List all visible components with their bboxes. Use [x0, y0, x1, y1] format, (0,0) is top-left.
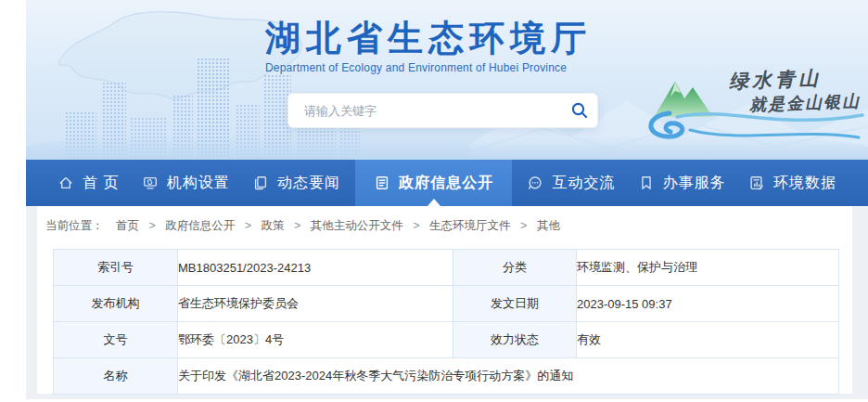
info-table: 索引号 MB1803251/2023-24213 分类 环境监测、保护与治理 发… — [53, 249, 839, 395]
label-cell-name: 名称 — [54, 358, 178, 395]
nav-item-home[interactable]: 首 页 — [50, 160, 126, 206]
breadcrumb-separator: > — [294, 219, 300, 232]
table-row: 名称 关于印发《湖北省2023-2024年秋冬季大气污染防治专项行动方案》的通知 — [54, 358, 839, 395]
news-icon — [252, 175, 269, 191]
main-nav: 首 页 机构设置 动态要闻 — [26, 160, 868, 206]
org-icon — [142, 175, 159, 191]
breadcrumb-prefix: 当前位置： — [45, 219, 104, 232]
gov-info-icon — [374, 175, 390, 191]
label-cell-docno: 文号 — [54, 322, 178, 358]
home-icon — [57, 175, 74, 191]
slogan-line1: 绿水青山 — [729, 65, 823, 94]
brand: 湖北省生态环境厅 Department of Ecology and Envir… — [265, 19, 592, 74]
nav-item-gov-info[interactable]: 政府信息公开 — [355, 160, 512, 206]
value-cell-category: 环境监测、保护与治理 — [577, 250, 839, 286]
table-row: 发布机构 省生态环境保护委员会 发文日期 2023-09-15 09:37 — [54, 286, 839, 322]
value-cell-validity: 有效 — [577, 322, 839, 358]
search-button[interactable] — [562, 94, 597, 127]
site-subtitle-en: Department of Ecology and Environment of… — [265, 61, 592, 74]
value-cell-index: MB1803251/2023-24213 — [178, 250, 453, 286]
breadcrumb-link-other-public-docs[interactable]: 其他主动公开文件 — [311, 219, 403, 232]
page: 湖北省生态环境厅 Department of Ecology and Envir… — [0, 0, 868, 402]
label-cell-org: 发布机构 — [54, 286, 178, 322]
breadcrumb-separator: > — [520, 219, 527, 232]
content-region: 当前位置： 首页 > 政府信息公开 > 政策 > 其他主动公开文件 > 生态环境… — [26, 206, 868, 399]
breadcrumb-link-other[interactable]: 其他 — [537, 219, 560, 232]
breadcrumb-separator: > — [245, 219, 251, 232]
nav-item-org[interactable]: 机构设置 — [134, 160, 237, 206]
nav-item-label: 机构设置 — [167, 174, 230, 193]
content-card: 当前位置： 首页 > 政府信息公开 > 政策 > 其他主动公开文件 > 生态环境… — [37, 206, 852, 394]
value-cell-org: 省生态环境保护委员会 — [178, 286, 453, 322]
breadcrumb-link-gov-info[interactable]: 政府信息公开 — [165, 219, 235, 232]
header-wave-band — [26, 136, 868, 160]
breadcrumb-link-dept-docs[interactable]: 生态环境厅文件 — [429, 219, 511, 232]
value-cell-name: 关于印发《湖北省2023-2024年秋冬季大气污染防治专项行动方案》的通知 — [178, 358, 839, 395]
breadcrumb: 当前位置： 首页 > 政府信息公开 > 政策 > 其他主动公开文件 > 生态环境… — [37, 206, 852, 233]
value-cell-date: 2023-09-15 09:37 — [577, 286, 839, 322]
label-cell-validity: 效力状态 — [453, 322, 577, 358]
site-header: 湖北省生态环境厅 Department of Ecology and Envir… — [26, 0, 868, 160]
breadcrumb-link-policy[interactable]: 政策 — [262, 219, 285, 232]
table-row: 索引号 MB1803251/2023-24213 分类 环境监测、保护与治理 — [54, 250, 839, 286]
nav-item-env-data[interactable]: 环境数据 — [741, 160, 844, 206]
nav-item-interaction[interactable]: 互动交流 — [519, 160, 622, 206]
value-cell-docno: 鄂环委〔2023〕4号 — [178, 322, 453, 358]
search-box — [287, 93, 598, 128]
label-cell-category: 分类 — [453, 250, 577, 286]
nav-item-label: 互动交流 — [552, 174, 615, 193]
nav-item-label: 首 页 — [83, 174, 119, 193]
nav-item-label: 动态要闻 — [277, 174, 340, 193]
nav-item-label: 办事服务 — [663, 174, 726, 193]
search-icon — [570, 101, 589, 120]
table-row: 文号 鄂环委〔2023〕4号 效力状态 有效 — [54, 322, 839, 358]
data-icon — [748, 175, 765, 191]
chat-icon — [527, 175, 543, 191]
breadcrumb-link-home[interactable]: 首页 — [116, 219, 139, 232]
label-cell-date: 发文日期 — [453, 286, 577, 322]
breadcrumb-separator: > — [413, 219, 419, 232]
bookmark-icon — [638, 175, 655, 191]
nav-item-label: 政府信息公开 — [399, 174, 493, 193]
nav-item-label: 环境数据 — [773, 174, 836, 193]
site-title: 湖北省生态环境厅 — [265, 19, 592, 58]
nav-item-news[interactable]: 动态要闻 — [245, 160, 348, 206]
label-cell-index: 索引号 — [54, 250, 178, 286]
nav-item-services[interactable]: 办事服务 — [631, 160, 734, 206]
search-input[interactable] — [288, 104, 562, 118]
breadcrumb-separator: > — [148, 219, 155, 232]
